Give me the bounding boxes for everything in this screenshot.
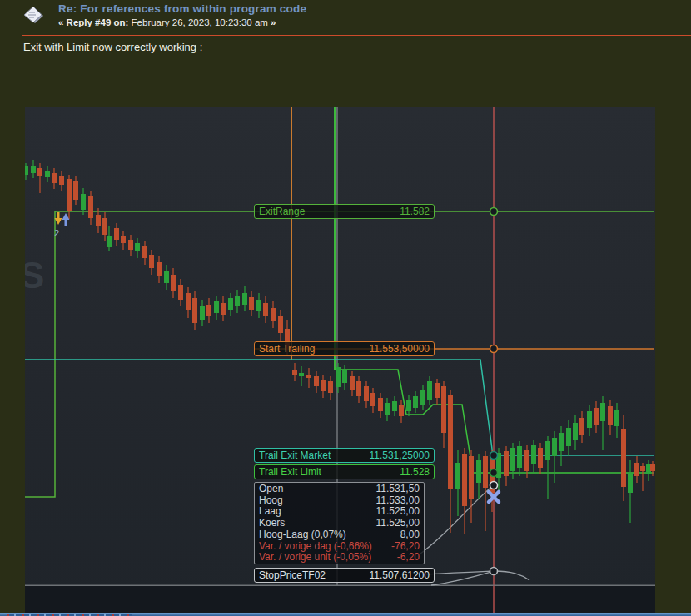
candle-body: [628, 473, 633, 493]
candle-body: [128, 240, 133, 250]
candle-body: [545, 441, 550, 460]
candle-body: [504, 451, 509, 476]
candle-body: [608, 406, 613, 425]
candle-body: [378, 398, 383, 411]
candle-body: [306, 375, 311, 378]
start-trailing-label-box: Start Trailing 11.553,50000: [254, 341, 435, 356]
candle-body: [510, 448, 515, 471]
candle-body: [200, 306, 205, 320]
candle-body: [538, 448, 543, 468]
candle-body: [25, 166, 28, 175]
candle-body: [164, 271, 169, 283]
event-circle-marker: [490, 568, 498, 575]
meta-close: »: [271, 17, 276, 27]
tooltip-row: Open11.531,50: [259, 484, 420, 495]
event-circle-marker: [490, 469, 498, 477]
candle-body: [356, 381, 361, 396]
candle-body: [350, 376, 355, 390]
candle-body: [121, 236, 126, 243]
post-header: Re: For references from within program c…: [0, 0, 691, 35]
candle-body: [81, 194, 86, 210]
candle-body: [650, 464, 655, 471]
candle-body: [517, 446, 522, 468]
trail-exit-market-value: 11.531,25000: [369, 449, 430, 462]
quote-tooltip: Open11.531,50Hoog11.533,00Laag11.525,00K…: [254, 482, 425, 564]
candle-body: [178, 285, 183, 300]
candle-body: [192, 298, 197, 323]
candle-body: [455, 463, 460, 489]
tooltip-row-value: 11.525,00: [376, 506, 420, 518]
candle-body: [96, 215, 101, 226]
candle-body: [370, 393, 375, 406]
candle-body: [314, 376, 319, 386]
candle-body: [413, 396, 418, 408]
up-arrow-icon: [62, 213, 70, 226]
post-meta: « Reply #49 on: February 26, 2023, 10:23…: [58, 17, 276, 27]
candle-body: [102, 218, 107, 235]
trail-exit-limit-label-box: Trail Exit Limit 11.528: [254, 464, 435, 479]
start-trailing-label: Start Trailing: [259, 342, 315, 355]
candle-body: [399, 405, 404, 416]
candle-body: [328, 381, 333, 393]
candle-body: [157, 262, 162, 276]
tooltip-row-label: Laag: [259, 506, 281, 518]
candle-body: [45, 171, 50, 177]
event-circle-marker: [490, 345, 498, 353]
candle-body: [228, 298, 233, 310]
candle-body: [107, 236, 112, 247]
candle-body: [342, 370, 347, 383]
tooltip-row-value: 11.525,00: [376, 518, 420, 529]
candle-body: [385, 403, 390, 415]
candle-body: [420, 390, 425, 405]
candle-body: [462, 454, 467, 506]
event-circle-marker: [490, 452, 498, 460]
candle-body: [531, 445, 536, 464]
reply-number: « Reply #49 on:: [58, 17, 128, 27]
tooltip-row-value: 8,00: [400, 529, 420, 541]
candle-body: [573, 423, 578, 440]
candle-body: [242, 293, 247, 305]
candle-body: [292, 370, 297, 375]
candle-body: [614, 410, 619, 426]
trail-exit-market-label-box: Trail Exit Market 11.531,25000: [254, 448, 435, 463]
candle-body: [552, 438, 557, 456]
candle-body: [594, 408, 599, 425]
trade-count-label: 2: [54, 228, 59, 238]
candle-body: [427, 381, 432, 400]
tooltip-row-label: Var. / vorige dag (-0,66%): [259, 541, 372, 553]
candle-body: [142, 246, 147, 258]
candle-body: [364, 386, 369, 401]
candle-body: [483, 456, 488, 488]
candle-body: [587, 411, 592, 428]
stop-price-curve: [420, 485, 494, 554]
candle-body: [59, 176, 64, 185]
candle-body: [406, 400, 411, 411]
tooltip-row-label: Koers: [259, 518, 285, 529]
tooltip-row: Var. / vorige unit (-0,05%)-6,20: [259, 552, 420, 564]
candle-body: [186, 293, 191, 310]
tooltip-row: Hoog-Laag (0,07%)8,00: [259, 529, 420, 541]
candle-body: [392, 401, 397, 411]
candle-body: [476, 460, 481, 483]
tooltip-row-label: Var. / vorige unit (-0,05%): [259, 552, 371, 564]
candle-body: [600, 403, 605, 421]
candle-body: [441, 386, 446, 433]
tooltip-row-value: 11.531,50: [376, 484, 420, 495]
candle-body: [235, 296, 240, 306]
exit-range-label-box: ExitRange 11.582: [254, 204, 435, 219]
candle-body: [135, 243, 140, 251]
candle-body: [566, 428, 571, 446]
candle-body: [336, 367, 341, 387]
candle-body: [448, 395, 453, 489]
candle-body: [559, 433, 564, 451]
candle-body: [171, 275, 176, 291]
candle-body: [524, 450, 529, 471]
post-title-link[interactable]: Re: For references from within program c…: [58, 2, 306, 15]
tooltip-row: Hoog11.533,00: [259, 495, 420, 507]
start-trailing-value: 11.553,50000: [369, 342, 430, 355]
candle-body: [579, 418, 584, 435]
trail-exit-market-label: Trail Exit Market: [259, 449, 331, 462]
stop-price-label-box: StopPriceTF02 11.507,61200: [254, 568, 435, 583]
chart-screenshot[interactable]: S ExitRange 11.582 Start Trailing 11.553…: [25, 107, 655, 614]
candle-body: [640, 466, 645, 471]
